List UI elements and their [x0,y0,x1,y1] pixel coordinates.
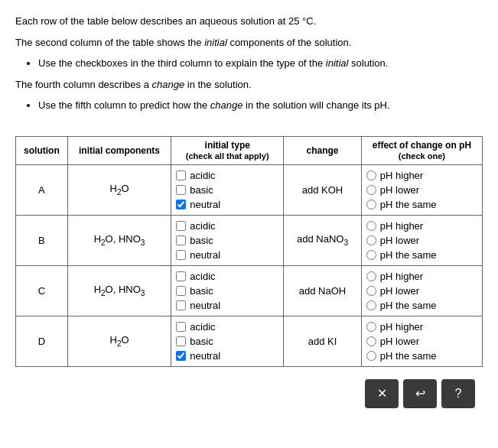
th-change: change [284,136,362,164]
bullet2: Use the fifth column to predict how the … [38,98,483,113]
row-b-basic-label: basic [190,235,213,246]
row-b-higher-radio[interactable] [366,221,376,231]
table-row: C H2O, HNO3 acidic basic neutral add NaO… [16,265,483,316]
row-d-neutral-label: neutral [190,350,220,362]
row-d-same-row: pH the same [366,349,477,363]
row-a-neutral-row: neutral [176,197,278,212]
row-a-lower-row: pH lower [366,183,477,197]
row-d-lower-label: pH lower [380,336,419,347]
clear-button[interactable]: ✕ [365,379,399,408]
row-a-higher-radio[interactable] [366,170,376,180]
row-a-higher-row: pH higher [366,168,477,183]
bullet1: Use the checkboxes in the third column t… [38,56,483,71]
row-a-same-radio[interactable] [366,200,376,209]
table-row: A H2O acidic basic neutral add KOH pH hi… [16,164,483,215]
row-b-lower-radio[interactable] [366,235,376,245]
row-d-same-radio[interactable] [366,351,376,361]
row-b-change: add NaNO3 [284,215,362,265]
row-c-lower-radio[interactable] [366,286,376,296]
row-c-neutral-checkbox[interactable] [176,300,186,310]
th-initial-type-sub: (check all that apply) [186,151,269,161]
intro-line1: Each row of the table below describes an… [15,14,483,29]
row-c-lower-label: pH lower [380,285,419,297]
th-effect-label: effect of change on pH [373,140,471,151]
row-d-change: add KI [284,316,362,366]
row-a-higher-label: pH higher [380,170,423,181]
row-b-acidic-label: acidic [190,220,215,232]
row-a-basic-row: basic [176,183,278,197]
th-effect: effect of change on pH (check one) [361,136,482,164]
row-b-chemical: H2O, HNO3 [67,215,171,265]
table-row: B H2O, HNO3 acidic basic neutral add NaN… [16,215,483,265]
row-a-neutral-checkbox[interactable] [176,200,186,209]
row-a-acidic-row: acidic [176,168,278,183]
row-d-id: D [16,316,68,366]
row-d-lower-radio[interactable] [366,336,376,346]
row-a-change: add KOH [284,164,362,215]
row-a-neutral-label: neutral [190,199,220,210]
row-a-id: A [16,164,68,215]
row-c-higher-radio[interactable] [366,271,376,281]
table-row: D H2O acidic basic neutral add KI pH hig… [16,316,483,366]
row-b-id: B [16,215,68,265]
row-c-same-radio[interactable] [366,300,376,310]
row-d-acidic-row: acidic [176,320,278,334]
th-initial-components: initial components [67,136,171,164]
row-d-higher-label: pH higher [380,321,423,333]
row-c-lower-row: pH lower [366,284,477,298]
row-c-acidic-label: acidic [190,271,215,282]
row-d-same-label: pH the same [380,350,437,362]
row-b-basic-checkbox[interactable] [176,235,186,245]
row-a-basic-label: basic [190,184,213,196]
row-b-neutral-row: neutral [176,248,278,262]
row-b-higher-row: pH higher [366,219,477,233]
row-a-chemical: H2O [67,164,171,215]
row-b-lower-row: pH lower [366,233,477,248]
row-b-same-label: pH the same [380,249,437,261]
row-a-acidic-checkbox[interactable] [176,170,186,180]
th-solution: solution [16,136,68,164]
row-a-type: acidic basic neutral [171,164,284,215]
row-b-same-row: pH the same [366,248,477,262]
row-c-neutral-row: neutral [176,298,278,313]
row-c-type: acidic basic neutral [171,265,284,316]
row-c-effect: pH higher pH lower pH the same [361,265,482,316]
row-d-basic-checkbox[interactable] [176,336,186,346]
row-c-same-row: pH the same [366,298,477,313]
row-b-neutral-checkbox[interactable] [176,250,186,260]
row-d-higher-radio[interactable] [366,322,376,332]
intro-line2: The second column of the table shows the… [15,35,483,50]
th-effect-sub: (check one) [399,151,445,161]
th-initial-type-label: initial type [205,140,250,151]
row-c-acidic-checkbox[interactable] [176,271,186,281]
row-b-neutral-label: neutral [190,249,220,261]
row-c-basic-checkbox[interactable] [176,286,186,296]
row-d-lower-row: pH lower [366,334,477,349]
row-c-change: add NaOH [284,265,362,316]
row-b-same-radio[interactable] [366,250,376,260]
row-a-lower-radio[interactable] [366,185,376,195]
row-b-effect: pH higher pH lower pH the same [361,215,482,265]
row-c-basic-row: basic [176,284,278,298]
undo-button[interactable]: ↩ [403,379,437,408]
row-b-acidic-row: acidic [176,219,278,233]
row-c-higher-label: pH higher [380,271,423,282]
row-c-acidic-row: acidic [176,269,278,284]
row-c-neutral-label: neutral [190,300,220,311]
row-a-same-label: pH the same [380,199,437,210]
row-d-type: acidic basic neutral [171,316,284,366]
help-button[interactable]: ? [441,379,475,408]
row-d-acidic-checkbox[interactable] [176,322,186,332]
row-d-chemical: H2O [67,316,171,366]
row-a-basic-checkbox[interactable] [176,185,186,195]
row-c-same-label: pH the same [380,300,437,311]
row-a-acidic-label: acidic [190,170,215,181]
row-b-lower-label: pH lower [380,235,419,246]
row-b-basic-row: basic [176,233,278,248]
row-d-neutral-checkbox[interactable] [176,351,186,361]
row-a-lower-label: pH lower [380,184,419,196]
intro-line3: The fourth column describes a change in … [15,77,483,93]
main-table: solution initial components initial type… [15,136,483,367]
row-b-acidic-checkbox[interactable] [176,221,186,231]
row-c-higher-row: pH higher [366,269,477,284]
